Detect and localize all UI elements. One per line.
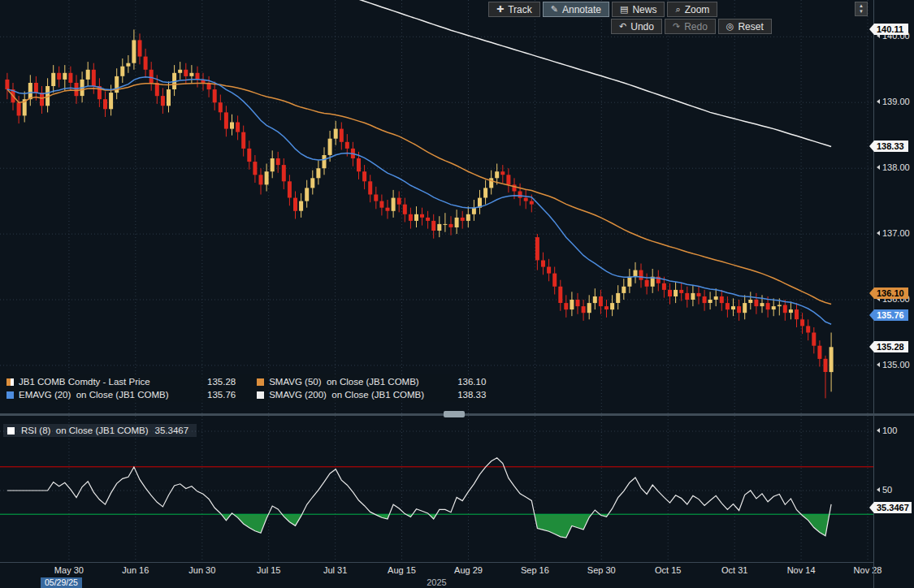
legend-swatch	[6, 378, 14, 386]
reset-button[interactable]: ◎Reset	[718, 19, 772, 34]
panel-divider[interactable]	[0, 413, 914, 416]
button-label: Track	[508, 4, 532, 15]
price-tick-label: 139.00	[877, 97, 910, 106]
legend-swatch	[257, 391, 264, 399]
legend-value: 135.28	[207, 377, 236, 387]
annotate-button[interactable]: ✎Annotate	[543, 2, 609, 17]
rsi-chart[interactable]	[0, 416, 873, 562]
price-tick-label: 135.00	[877, 360, 910, 370]
chart-toolbar-row1: ✚Track✎Annotate▤News⌕Zoom	[488, 2, 717, 17]
legend-label: EMAVG (20) on Close (JB1 COMB)	[19, 390, 207, 400]
rsi-grid	[0, 416, 873, 562]
legend-item: JB1 COMB Comdty - Last Price135.28	[6, 375, 236, 388]
date-tick-label: Sep 30	[587, 565, 616, 575]
zoom-icon: ⌕	[675, 4, 680, 15]
legend-value: 136.10	[457, 377, 486, 387]
price-axis-badge: 140.11	[874, 24, 908, 35]
candles	[5, 29, 833, 398]
rsi-legend-label: RSI (8) on Close (JB1 COMB)	[21, 426, 149, 435]
divider-handle[interactable]	[444, 411, 465, 417]
button-label: Undo	[630, 21, 654, 32]
rsi-line	[7, 458, 831, 538]
date-tick-label: Jul 15	[257, 565, 280, 575]
undo-button[interactable]: ↶Undo	[611, 19, 662, 34]
scroll-up-icon[interactable]: ▲	[859, 3, 864, 9]
price-axis-badge: 135.76	[874, 309, 908, 321]
zoom-button[interactable]: ⌕Zoom	[667, 2, 717, 17]
date-tick-label: Aug 15	[388, 565, 416, 575]
date-tick-label: Aug 29	[454, 565, 483, 575]
axis-tick-arrow-icon	[877, 428, 880, 433]
pencil-icon: ✎	[551, 4, 558, 15]
legend-value: 138.33	[457, 390, 486, 400]
price-tick-label: 138.00	[877, 162, 910, 172]
axis-tick-arrow-icon	[877, 487, 880, 492]
candlestick-chart[interactable]	[0, 0, 873, 413]
date-tick-label: Jun 30	[188, 565, 215, 575]
price-axis-badge: 138.33	[874, 141, 908, 152]
axis-tick-arrow-icon	[877, 231, 880, 236]
ema20-line	[7, 77, 831, 325]
rsi-oversold-fill	[221, 514, 231, 521]
rsi-tick-label: 100	[877, 426, 897, 435]
legend-value: 135.76	[207, 390, 236, 400]
price-tick-label: 137.00	[877, 228, 910, 238]
undo-icon: ↶	[619, 21, 626, 32]
price-grid	[0, 0, 873, 413]
button-label: Zoom	[685, 4, 710, 15]
move-icon: ✚	[496, 4, 504, 15]
legend-item: SMAVG (50) on Close (JB1 COMB)136.10	[257, 375, 486, 388]
button-label: News	[632, 4, 656, 15]
panel-scroll-control[interactable]: ▲ ▼	[855, 2, 868, 16]
date-tick-label: Jul 31	[323, 565, 347, 575]
date-tick-label: Nov 14	[787, 565, 816, 575]
date-tick-label: Oct 31	[721, 565, 747, 575]
legend-item: EMAVG (20) on Close (JB1 COMB)135.76	[6, 388, 236, 401]
date-tick-label: Jun 16	[122, 565, 149, 575]
legend-swatch	[257, 378, 264, 386]
price-axis-badge: 136.10	[874, 288, 908, 299]
axis-tick-arrow-icon	[877, 99, 880, 104]
rsi-tick-label: 50	[877, 485, 892, 495]
date-tick-label: Sep 16	[521, 565, 549, 575]
date-tick-label: Oct 15	[655, 565, 681, 575]
axis-tick-arrow-icon	[877, 362, 880, 367]
rsi-legend-value: 35.3467	[155, 426, 189, 435]
rsi-axis-badge: 35.3467	[874, 502, 912, 513]
price-axis-badge: 135.28	[874, 341, 908, 352]
axis-tick-arrow-icon	[877, 165, 880, 170]
reset-icon: ◎	[726, 21, 734, 32]
rsi-oversold-fill	[535, 514, 592, 538]
button-label: Annotate	[562, 4, 601, 15]
button-label: Redo	[684, 21, 708, 32]
legend-item: SMAVG (200) on Close (JB1 COMB)138.33	[257, 388, 486, 401]
legend-label: SMAVG (50) on Close (JB1 COMB)	[269, 377, 457, 387]
x-axis: May 30Jun 16Jun 30Jul 15Jul 31Aug 15Aug …	[0, 562, 873, 577]
button-label: Reset	[738, 21, 763, 32]
legend-label: SMAVG (200) on Close (JB1 COMB)	[269, 390, 457, 400]
range-start-date[interactable]: 05/29/25	[41, 577, 82, 588]
rsi-legend-swatch	[7, 427, 15, 435]
rsi-legend: RSI (8) on Close (JB1 COMB) 35.3467	[3, 424, 197, 437]
price-axis[interactable]: 140.00139.00138.00137.00136.00135.001005…	[873, 0, 914, 588]
track-button[interactable]: ✚Track	[488, 2, 540, 17]
redo-icon: ↷	[673, 21, 680, 32]
legend-label: JB1 COMB Comdty - Last Price	[19, 377, 207, 387]
legend-swatch	[6, 391, 14, 399]
chart-toolbar-row2: ↶Undo↷Redo◎Reset	[611, 19, 772, 34]
rsi-oversold-fill	[233, 514, 268, 533]
sma50-line	[7, 84, 831, 305]
date-tick-label: May 30	[54, 565, 84, 575]
news-button[interactable]: ▤News	[612, 2, 665, 17]
x-axis-year: 2025	[0, 577, 873, 587]
news-icon: ▤	[620, 4, 628, 15]
chart-legend: JB1 COMB Comdty - Last Price135.28SMAVG …	[3, 374, 489, 402]
scroll-down-icon[interactable]: ▼	[859, 9, 864, 15]
redo-button[interactable]: ↷Redo	[665, 19, 716, 34]
